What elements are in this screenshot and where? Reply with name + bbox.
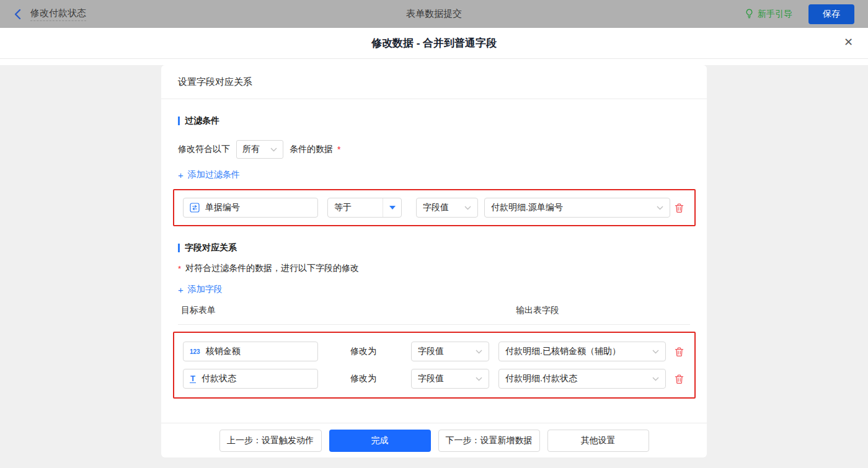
modal-body: 设置字段对应关系 过滤条件 修改符合以下 所有 条件的数据 * + 添加过滤条件 [0, 65, 868, 468]
match-mode-value: 所有 [242, 144, 270, 155]
column-target-form: 目标表单 [181, 305, 216, 315]
condition-field-name: 单据编号 [205, 202, 240, 213]
field-mapping-row: 123 核销金额 修改为 字段值 付款明细.已核销金额（辅助） [183, 342, 686, 361]
output-field-select[interactable]: 付款明细.付款状态 [498, 369, 666, 389]
plus-icon: + [178, 170, 184, 180]
field-mapping-row: T 付款状态 修改为 字段值 付款明细.付款状态 [183, 369, 686, 389]
chevron-down-icon [464, 206, 471, 210]
chevron-down-icon [476, 377, 482, 381]
modal-header: 修改数据 - 合并到普通字段 ✕ [0, 28, 868, 59]
mapping-section-label: 字段对应关系 [185, 242, 237, 254]
next-step-button[interactable]: 下一步：设置新增数据 [438, 430, 540, 452]
filter-condition-row-highlighted: 单据编号 等于 字段值 付款明细.源单编号 [173, 189, 696, 226]
section-bar [178, 117, 180, 125]
mapping-card: 设置字段对应关系 过滤条件 修改符合以下 所有 条件的数据 * + 添加过滤条件 [161, 65, 707, 457]
filter-section-label: 过滤条件 [185, 115, 219, 126]
match-mode-select[interactable]: 所有 [236, 140, 283, 159]
condition-prefix: 修改符合以下 [178, 144, 230, 155]
mapping-hint: * 对符合过滤条件的数据，进行以下字段的修改 [178, 263, 690, 274]
mapping-table-header: 目标表单 输出表字段 [178, 305, 690, 325]
delete-condition-button[interactable] [673, 201, 686, 214]
chevron-down-icon [476, 350, 482, 354]
beginner-guide-label: 新手引导 [758, 9, 792, 20]
value-type-select[interactable]: 字段值 [416, 198, 478, 218]
condition-suffix: 条件的数据 [290, 144, 333, 155]
target-field-box[interactable]: 123 核销金额 [183, 342, 318, 361]
plus-icon: + [178, 285, 184, 295]
add-field-label: 添加字段 [188, 284, 223, 295]
condition-value: 付款明细.源单编号 [491, 202, 657, 213]
dropdown-arrow-icon [389, 206, 396, 210]
done-button[interactable]: 完成 [329, 430, 431, 452]
prev-step-button[interactable]: 上一步：设置触发动作 [219, 430, 322, 452]
required-asterisk: * [337, 144, 340, 154]
value-type-select[interactable]: 字段值 [411, 342, 489, 361]
value-type-value: 字段值 [418, 346, 476, 357]
target-field-name: 付款状态 [202, 373, 236, 384]
modify-as-label: 修改为 [350, 373, 378, 384]
back-icon[interactable] [14, 9, 22, 20]
condition-value-select[interactable]: 付款明细.源单编号 [484, 198, 670, 218]
chevron-down-icon [652, 350, 659, 354]
text-field-icon: T [190, 374, 196, 383]
target-field-box[interactable]: T 付款状态 [183, 369, 318, 389]
serial-number-icon [190, 203, 200, 213]
other-settings-button[interactable]: 其他设置 [547, 430, 649, 452]
modal-title: 修改数据 - 合并到普通字段 [371, 36, 497, 50]
value-type-value: 字段值 [418, 373, 476, 384]
condition-match-line: 修改符合以下 所有 条件的数据 * [178, 140, 690, 159]
card-content: 过滤条件 修改符合以下 所有 条件的数据 * + 添加过滤条件 [161, 99, 707, 423]
column-output-field: 输出表字段 [516, 305, 559, 316]
trash-icon [674, 347, 684, 357]
value-type-value: 字段值 [423, 202, 464, 213]
section-bar [178, 244, 180, 252]
add-filter-condition-label: 添加过滤条件 [188, 169, 240, 180]
target-field-name: 核销金额 [206, 346, 241, 357]
page-title: 表单数据提交 [0, 8, 868, 20]
trash-icon [674, 203, 684, 213]
add-filter-condition-link[interactable]: + 添加过滤条件 [178, 169, 240, 180]
card-title: 设置字段对应关系 [161, 65, 707, 99]
operator-select[interactable]: 等于 [327, 198, 402, 218]
lightbulb-icon [745, 9, 754, 19]
output-field-value: 付款明细.已核销金额（辅助） [505, 346, 652, 357]
delete-mapping-button[interactable] [673, 345, 686, 358]
beginner-guide-link[interactable]: 新手引导 [745, 9, 792, 20]
chevron-down-icon [652, 377, 659, 381]
chevron-down-icon [270, 148, 277, 152]
filter-section-title: 过滤条件 [178, 115, 690, 126]
mapping-hint-text: 对符合过滤条件的数据，进行以下字段的修改 [185, 263, 359, 274]
operator-arrow-zone [383, 198, 401, 217]
workflow-title[interactable]: 修改付款状态 [30, 7, 86, 21]
output-field-value: 付款明细.付款状态 [505, 373, 652, 384]
modify-as-label: 修改为 [350, 346, 378, 357]
mapping-section-title: 字段对应关系 [178, 242, 690, 254]
operator-value: 等于 [328, 202, 383, 213]
chevron-down-icon [657, 206, 663, 210]
save-button[interactable]: 保存 [808, 4, 854, 24]
condition-field-box[interactable]: 单据编号 [183, 198, 318, 218]
card-footer: 上一步：设置触发动作 完成 下一步：设置新增数据 其他设置 [161, 423, 707, 457]
field-mapping-rows-highlighted: 123 核销金额 修改为 字段值 付款明细.已核销金额（辅助） [173, 332, 696, 399]
number-field-icon: 123 [190, 348, 200, 355]
output-field-select[interactable]: 付款明细.已核销金额（辅助） [498, 342, 666, 361]
value-type-select[interactable]: 字段值 [411, 369, 489, 389]
close-icon[interactable]: ✕ [844, 37, 853, 48]
required-asterisk: * [178, 264, 181, 273]
top-bar: 修改付款状态 表单数据提交 新手引导 保存 [0, 0, 868, 28]
add-field-link[interactable]: + 添加字段 [178, 284, 223, 295]
trash-icon [674, 374, 684, 384]
delete-mapping-button[interactable] [673, 373, 686, 386]
